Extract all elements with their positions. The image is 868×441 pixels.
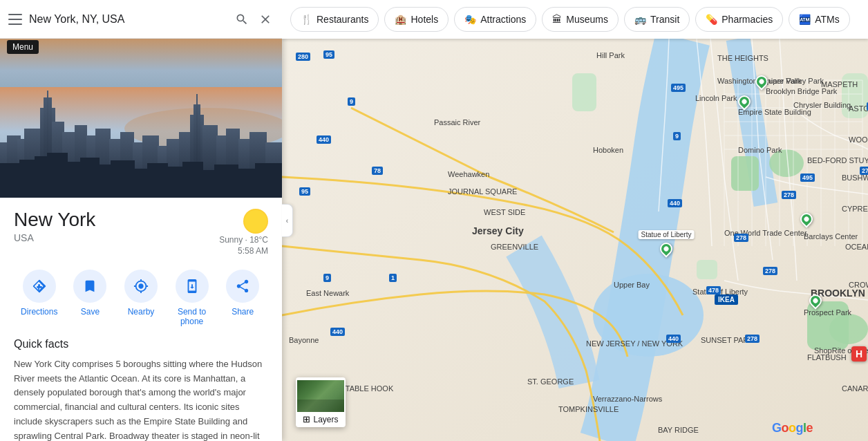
highway-1: 1 [389, 274, 397, 282]
hero-image [0, 39, 282, 198]
directions-button[interactable]: Directions [17, 270, 62, 327]
svg-rect-34 [66, 162, 82, 198]
left-panel: Menu [0, 0, 282, 441]
collapse-panel-button[interactable]: ‹ [282, 204, 293, 237]
map-area: 🍴 Restaurants 🏨 Hotels 🎭 Attractions 🏛 M… [282, 0, 868, 441]
layers-thumbnail [297, 380, 344, 412]
svg-rect-31 [19, 160, 37, 198]
share-button[interactable]: Share [220, 270, 265, 327]
pill-transit[interactable]: 🚌 Transit [624, 7, 690, 32]
search-input[interactable] [29, 13, 227, 26]
highway-95b: 95 [299, 187, 310, 196]
send-to-phone-label: Send to phone [170, 307, 214, 327]
layers-icon: ⊞ [303, 414, 310, 424]
svg-rect-36 [98, 165, 112, 198]
quick-facts-title: Quick facts [14, 338, 268, 350]
pharmacies-label: Pharmacies [721, 14, 773, 25]
nearby-button[interactable]: Nearby [119, 270, 163, 327]
highway-9: 9 [348, 97, 355, 106]
hotels-icon: 🏨 [395, 14, 406, 25]
layers-button[interactable]: ⊞ Layers [296, 377, 346, 427]
highway-280: 280 [296, 53, 310, 61]
attractions-icon: 🎭 [464, 14, 476, 25]
svg-rect-30 [0, 163, 21, 198]
quick-facts-text: New York City comprises 5 boroughs sitti… [14, 357, 268, 441]
close-icon[interactable] [257, 11, 274, 28]
pill-attractions[interactable]: 🎭 Attractions [454, 7, 536, 32]
highway-9c: 9 [673, 132, 681, 140]
svg-rect-32 [35, 156, 48, 198]
svg-rect-42 [202, 170, 216, 198]
svg-rect-39 [147, 163, 168, 198]
highway-495b: 495 [800, 173, 815, 182]
top-bar: 🍴 Restaurants 🏨 Hotels 🎭 Attractions 🏛 M… [282, 0, 868, 39]
restaurants-label: Restaurants [317, 14, 368, 25]
marker-hospital[interactable]: H [851, 346, 867, 362]
svg-rect-38 [133, 169, 149, 198]
search-bar [0, 0, 282, 39]
layers-label-row: ⊞ Layers [297, 414, 344, 424]
svg-rect-35 [80, 158, 100, 198]
directions-label: Directions [21, 307, 57, 317]
action-buttons: Directions Save Nearby [0, 264, 282, 338]
pill-museums[interactable]: 🏛 Museums [542, 7, 619, 32]
highway-278e: 278 [860, 167, 868, 175]
svg-rect-54 [697, 260, 717, 279]
save-button[interactable]: Save [68, 270, 112, 327]
google-logo: Google [772, 421, 813, 435]
svg-rect-41 [182, 162, 203, 198]
svg-point-53 [829, 314, 868, 344]
pill-restaurants[interactable]: 🍴 Restaurants [290, 7, 379, 32]
map-background[interactable]: Hill Park THE HEIGHTS Passaic River Weeh… [282, 39, 868, 441]
pill-pharmacies[interactable]: 💊 Pharmacies [695, 7, 783, 32]
svg-rect-43 [214, 165, 238, 198]
svg-point-47 [593, 274, 704, 357]
svg-rect-40 [167, 167, 184, 198]
transit-label: Transit [650, 14, 679, 25]
search-icon[interactable] [234, 11, 250, 28]
city-info: New York USA Sunny · 18°C 5:58 AM [0, 198, 282, 264]
send-to-phone-button[interactable]: Send to phone [170, 270, 214, 327]
highway-278d: 278 [763, 267, 777, 275]
ikea-label: IKEA [715, 294, 738, 305]
pill-atms[interactable]: 🏧 ATMs [789, 7, 850, 32]
pharmacies-icon: 💊 [706, 14, 717, 25]
transit-icon: 🚌 [634, 14, 646, 25]
weather-sun-icon [243, 209, 268, 234]
marker-barclays[interactable] [800, 213, 813, 225]
highway-478: 478 [706, 286, 721, 294]
svg-rect-45 [255, 163, 282, 198]
menu-label: Menu [7, 40, 39, 54]
highway-278b: 278 [745, 335, 760, 343]
highway-278c: 278 [782, 191, 796, 199]
svg-rect-49 [731, 156, 759, 191]
marker-empire[interactable] [738, 95, 751, 108]
museums-label: Museums [566, 14, 608, 25]
weather-info: Sunny · 18°C 5:58 AM [219, 209, 268, 256]
marker-prospect[interactable] [809, 294, 822, 307]
svg-rect-48 [572, 73, 596, 111]
highway-9b: 9 [323, 274, 331, 282]
restaurants-icon: 🍴 [301, 14, 312, 25]
highway-440c: 440 [668, 199, 682, 207]
city-country: USA [14, 232, 95, 243]
layers-label: Layers [313, 415, 338, 424]
marker-chrysler[interactable] [755, 75, 768, 88]
pill-hotels[interactable]: 🏨 Hotels [384, 7, 449, 32]
marker-statue[interactable]: Statue of Liberty [660, 243, 672, 255]
museums-icon: 🏛 [552, 14, 562, 25]
nearby-icon [124, 270, 158, 303]
highway-495: 495 [671, 84, 686, 92]
share-icon [226, 270, 259, 303]
hotels-label: Hotels [411, 14, 438, 25]
highway-78: 78 [372, 167, 383, 175]
hamburger-menu[interactable] [8, 14, 22, 25]
highway-440: 440 [317, 135, 331, 144]
share-label: Share [232, 307, 254, 317]
highway-440b: 440 [330, 328, 345, 336]
send-to-phone-icon [176, 270, 209, 303]
svg-rect-33 [47, 153, 68, 198]
weather-condition: Sunny · 18°C [219, 235, 268, 245]
highway-440d: 440 [666, 335, 681, 343]
directions-icon [23, 270, 56, 303]
